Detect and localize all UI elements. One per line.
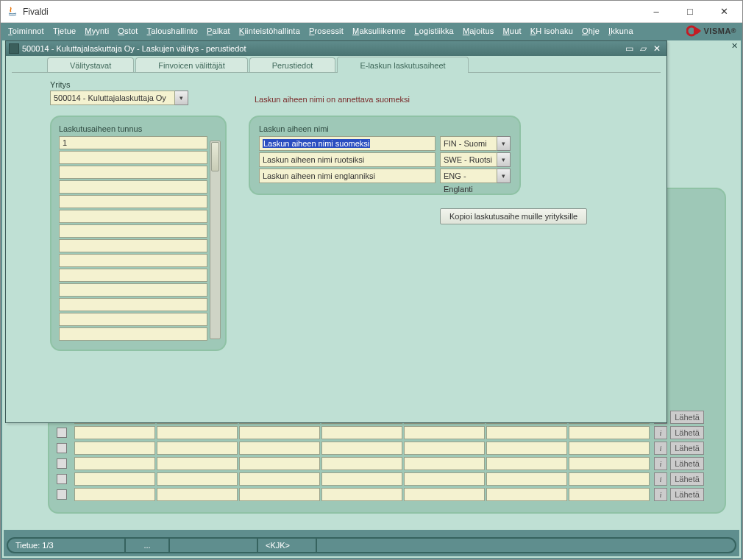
list-scrollbar[interactable] bbox=[210, 141, 221, 339]
company-select[interactable]: 500014 - Kuluttajalaskuttaja Oy ▾ bbox=[50, 91, 188, 105]
scrollbar-thumb[interactable] bbox=[211, 142, 219, 171]
grid-cell[interactable] bbox=[404, 472, 485, 486]
menu-ohje[interactable]: Ohje bbox=[577, 23, 604, 39]
menu-majoitus[interactable]: Majoitus bbox=[458, 23, 499, 39]
row-send-button[interactable]: Lähetä bbox=[670, 426, 704, 439]
grid-cell[interactable] bbox=[404, 426, 485, 439]
grid-cell[interactable] bbox=[486, 442, 567, 455]
grid-cell[interactable] bbox=[239, 457, 320, 470]
grid-cell[interactable] bbox=[239, 472, 320, 486]
menu-myynti[interactable]: Myynti bbox=[80, 23, 113, 39]
grid-cell[interactable] bbox=[157, 442, 238, 455]
list-row[interactable] bbox=[59, 210, 207, 223]
menu-kh-isohaku[interactable]: KH isohaku bbox=[526, 23, 577, 39]
menu-toiminnot[interactable]: Toiminnot bbox=[4, 23, 49, 39]
name-field[interactable]: Laskun aiheen nimi englanniksi bbox=[259, 169, 436, 183]
maximize-button[interactable]: □ bbox=[673, 1, 707, 22]
name-field[interactable]: Laskun aiheen nimi suomeksi bbox=[259, 136, 436, 151]
dropdown-icon[interactable]: ▾ bbox=[497, 136, 511, 151]
menu-prosessit[interactable]: Prosessit bbox=[305, 23, 348, 39]
grid-cell[interactable] bbox=[157, 472, 238, 486]
menu-kiinteistohallinta[interactable]: Kiinteistöhallinta bbox=[235, 23, 305, 39]
list-row[interactable] bbox=[59, 298, 207, 311]
menu-palkat[interactable]: Palkat bbox=[202, 23, 235, 39]
grid-cell[interactable] bbox=[486, 488, 567, 501]
list-row[interactable] bbox=[59, 239, 207, 252]
list-row[interactable] bbox=[59, 283, 207, 297]
row-send-button[interactable]: Lähetä bbox=[670, 442, 704, 455]
row-info-button[interactable]: i bbox=[654, 457, 667, 470]
row-checkbox[interactable] bbox=[57, 428, 67, 438]
grid-cell[interactable] bbox=[486, 472, 567, 486]
grid-cell[interactable] bbox=[157, 457, 238, 470]
internal-maximize-button[interactable]: ▱ bbox=[636, 43, 650, 54]
row-send-button[interactable]: Lähetä bbox=[670, 411, 704, 424]
grid-cell[interactable] bbox=[74, 472, 155, 486]
tab-perustiedot[interactable]: Perustiedot bbox=[249, 57, 336, 72]
grid-cell[interactable] bbox=[569, 472, 650, 486]
language-select[interactable]: ENG - Englanti▾ bbox=[440, 169, 511, 183]
list-row[interactable] bbox=[59, 254, 207, 267]
grid-cell[interactable] bbox=[239, 488, 320, 501]
grid-cell[interactable] bbox=[74, 426, 155, 439]
minimize-button[interactable]: – bbox=[639, 1, 673, 22]
list-row[interactable] bbox=[59, 313, 207, 326]
name-field[interactable]: Laskun aiheen nimi ruotsiksi bbox=[259, 152, 436, 167]
list-row[interactable] bbox=[59, 151, 207, 164]
list-row[interactable] bbox=[59, 166, 207, 179]
row-send-button[interactable]: Lähetä bbox=[670, 488, 704, 501]
grid-cell[interactable] bbox=[404, 442, 485, 455]
grid-cell[interactable] bbox=[569, 457, 650, 470]
tab-elaskun-laskutusaiheet[interactable]: E-laskun laskutusaiheet bbox=[337, 57, 468, 73]
menu-muut[interactable]: Muut bbox=[498, 23, 525, 39]
grid-cell[interactable] bbox=[569, 488, 650, 501]
grid-cell[interactable] bbox=[157, 426, 238, 439]
menu-maksuliikenne[interactable]: Maksuliikenne bbox=[348, 23, 410, 39]
list-row[interactable] bbox=[59, 269, 207, 282]
menu-ikkuna[interactable]: Ikkuna bbox=[604, 23, 638, 39]
row-send-button[interactable]: Lähetä bbox=[670, 457, 704, 470]
row-send-button[interactable]: Lähetä bbox=[670, 472, 704, 486]
list-row[interactable] bbox=[59, 327, 207, 341]
grid-cell[interactable] bbox=[321, 457, 402, 470]
language-select[interactable]: SWE - Ruotsi▾ bbox=[440, 152, 511, 167]
grid-cell[interactable] bbox=[321, 472, 402, 486]
row-checkbox[interactable] bbox=[57, 489, 67, 500]
workspace-close-icon[interactable]: ✕ bbox=[729, 40, 739, 51]
grid-cell[interactable] bbox=[404, 488, 485, 501]
row-info-button[interactable]: i bbox=[654, 442, 667, 455]
row-checkbox[interactable] bbox=[57, 474, 67, 484]
list-row[interactable]: 1 bbox=[59, 136, 207, 149]
grid-cell[interactable] bbox=[569, 442, 650, 455]
row-info-button[interactable]: i bbox=[654, 426, 667, 439]
grid-cell[interactable] bbox=[157, 488, 238, 501]
dropdown-icon[interactable]: ▾ bbox=[497, 169, 511, 183]
grid-cell[interactable] bbox=[321, 442, 402, 455]
grid-cell[interactable] bbox=[569, 426, 650, 439]
tab-finvoicen-valittajat[interactable]: Finvoicen välittäjät bbox=[135, 57, 248, 72]
grid-cell[interactable] bbox=[321, 488, 402, 501]
laskutusaihe-listbox[interactable]: 1 bbox=[59, 136, 207, 342]
menu-taloushallinto[interactable]: Taloushallinto bbox=[143, 23, 202, 39]
grid-cell[interactable] bbox=[239, 426, 320, 439]
tab-valitystavat[interactable]: Välitystavat bbox=[47, 57, 134, 72]
internal-minimize-button[interactable]: ▭ bbox=[622, 43, 636, 54]
copy-button[interactable]: Kopioi laskutusaihe muille yrityksille bbox=[440, 208, 587, 224]
row-info-button[interactable]: i bbox=[654, 488, 667, 501]
grid-cell[interactable] bbox=[321, 426, 402, 439]
list-row[interactable] bbox=[59, 195, 207, 208]
row-info-button[interactable]: i bbox=[654, 472, 667, 486]
grid-cell[interactable] bbox=[404, 457, 485, 470]
internal-close-button[interactable]: ✕ bbox=[650, 43, 664, 54]
menu-tietue[interactable]: Tietue bbox=[49, 23, 80, 39]
row-checkbox[interactable] bbox=[57, 443, 67, 453]
grid-cell[interactable] bbox=[486, 457, 567, 470]
menu-ostot[interactable]: Ostot bbox=[113, 23, 142, 39]
grid-cell[interactable] bbox=[74, 488, 155, 501]
grid-cell[interactable] bbox=[486, 426, 567, 439]
internal-titlebar[interactable]: 500014 - Kuluttajalaskuttaja Oy - Laskuj… bbox=[6, 41, 666, 56]
menu-logistiikka[interactable]: Logistiikka bbox=[410, 23, 458, 39]
grid-cell[interactable] bbox=[239, 442, 320, 455]
grid-cell[interactable] bbox=[74, 442, 155, 455]
language-select[interactable]: FIN - Suomi▾ bbox=[440, 136, 511, 151]
